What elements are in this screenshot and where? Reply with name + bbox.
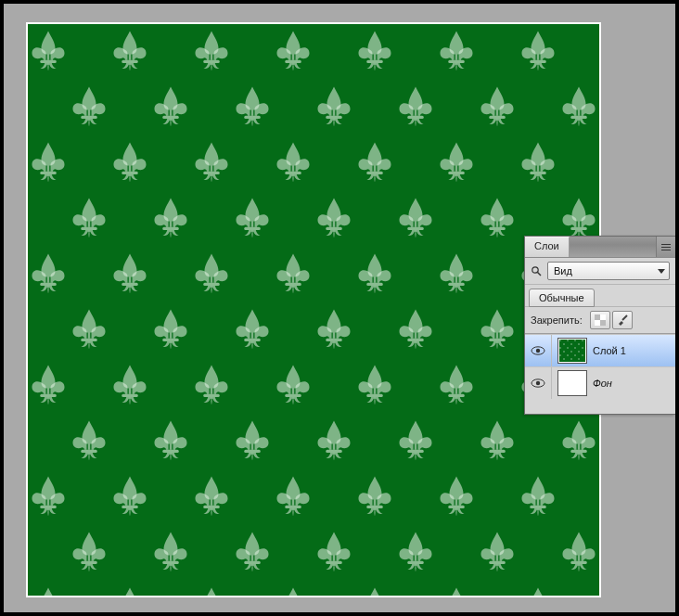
layer-row-background[interactable]: Фон: [525, 366, 675, 399]
panel-menu-button[interactable]: [656, 237, 675, 257]
eye-icon: [531, 346, 545, 355]
document-canvas[interactable]: [28, 24, 599, 596]
visibility-toggle[interactable]: [525, 367, 552, 399]
brush-icon: [617, 314, 628, 326]
lock-label: Закрепить:: [531, 314, 583, 326]
layer-row-slot1[interactable]: Слой 1: [525, 334, 675, 366]
workspace: Слои Вид Обычные Закрепить:: [4, 4, 675, 612]
lock-row: Закрепить:: [525, 307, 675, 334]
checker-icon: [595, 314, 606, 326]
tab-layers[interactable]: Слои: [525, 237, 570, 257]
svg-rect-2: [28, 24, 599, 596]
hamburger-icon: [661, 247, 671, 248]
visibility-toggle[interactable]: [525, 335, 552, 366]
svg-point-12: [536, 381, 540, 385]
layer-thumbnail[interactable]: [557, 370, 587, 396]
lock-icons: [590, 311, 633, 329]
svg-rect-6: [595, 314, 600, 320]
svg-line-4: [538, 273, 542, 276]
svg-point-3: [532, 267, 538, 273]
layer-name[interactable]: Фон: [593, 378, 675, 389]
panel-tabs: Слои: [525, 237, 675, 258]
layers-panel: Слои Вид Обычные Закрепить:: [524, 236, 675, 415]
chevron-down-icon: [658, 269, 665, 274]
layer-name[interactable]: Слой 1: [593, 345, 675, 356]
lock-transparent-pixels-button[interactable]: [590, 311, 610, 329]
search-icon: [531, 265, 542, 276]
filter-type-label: Вид: [554, 265, 572, 276]
svg-rect-7: [600, 320, 606, 326]
svg-line-8: [622, 315, 627, 320]
filter-type-dropdown[interactable]: Вид: [547, 262, 670, 280]
tab-spacer: [570, 237, 656, 257]
layer-thumbnail[interactable]: [557, 338, 587, 364]
pattern-fleur-de-lis: [28, 24, 599, 596]
layer-groups-row: Обычные: [525, 285, 675, 307]
layer-filter-row: Вид: [525, 258, 675, 285]
layers-list: Слой 1 Фон: [525, 334, 675, 414]
eye-icon: [531, 379, 545, 388]
svg-point-10: [536, 349, 540, 353]
lock-image-pixels-button[interactable]: [612, 311, 633, 329]
group-normal-tab[interactable]: Обычные: [529, 289, 595, 307]
